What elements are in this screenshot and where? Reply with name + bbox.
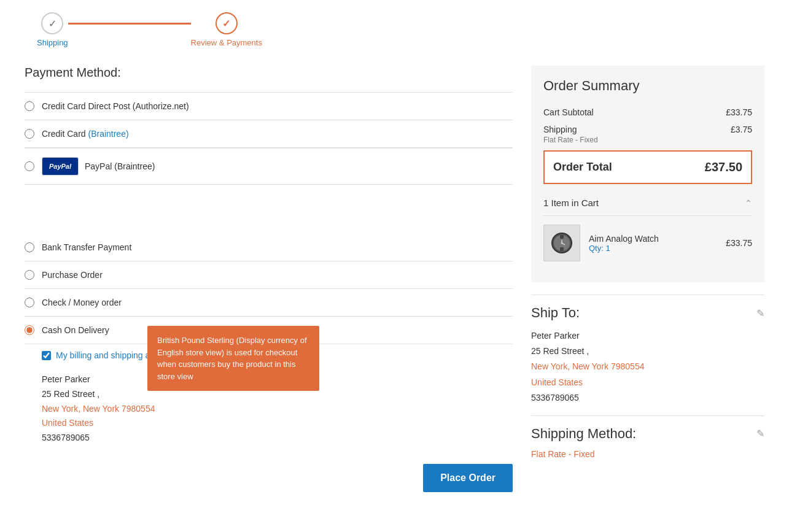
step-shipping-label: Shipping [37,38,68,47]
product-qty: Qty: 1 [589,244,726,253]
shipping-method-label: Flat Rate - Fixed [543,136,752,144]
product-info: Aim Analog Watch Qty: 1 [589,234,726,253]
payment-option-paypal: PayPal PayPal (Braintree) [25,148,513,185]
summary-subtotal-row: Cart Subtotal £33.75 [543,104,752,121]
step-payments: ✓ Review & Payments [191,12,262,47]
check-label: Check / Money order [42,298,122,307]
paypal-row: PayPal PayPal (Braintree) [42,157,155,175]
radio-check[interactable] [25,298,34,307]
payment-option-cc-braintree: Credit Card (Braintree) [25,120,513,148]
paypal-logo: PayPal [42,157,79,175]
order-total-label: Order Total [553,161,612,174]
cc-braintree-label: Credit Card (Braintree) [42,129,129,139]
progress-bar: ✓ Shipping ✓ Review & Payments [12,0,777,53]
payment-option-purchase: Purchase Order [25,261,513,289]
ship-to-header: Ship To: ✎ [531,305,764,321]
radio-cc-direct[interactable] [25,101,34,111]
ship-to-address: Peter Parker 25 Red Street , New York, N… [531,328,764,406]
svg-point-6 [561,242,563,244]
billing-country: United States [42,416,496,431]
subtotal-value: £33.75 [726,107,752,117]
payment-section-title: Payment Method: [25,66,513,80]
shipping-value: £3.75 [731,125,752,134]
paypal-label: PayPal (Braintree) [85,161,155,171]
cart-items-header[interactable]: 1 Item in Cart ⌃ [543,190,752,216]
ship-to-country: United States [531,375,764,390]
billing-city: New York, New York 7980554 [42,402,496,417]
cc-direct-label: Credit Card Direct Post (Authorize.net) [42,101,189,111]
place-order-button[interactable]: Place Order [423,464,513,492]
flat-rate-label: Flat Rate - Fixed [531,449,764,459]
step-payments-circle: ✓ [216,12,238,34]
shipping-label: Shipping [543,125,577,134]
radio-cash[interactable] [25,325,34,335]
order-summary-box: Order Summary Cart Subtotal £33.75 Shipp… [531,66,764,282]
payment-option-cc-direct: Credit Card Direct Post (Authorize.net) [25,92,513,120]
place-order-section: Place Order [25,452,513,504]
product-name: Aim Analog Watch [589,234,726,244]
ship-to-phone: 5336789065 [531,390,764,406]
cart-item-row: Aim Analog Watch Qty: 1 £33.75 [543,216,752,270]
radio-purchase[interactable] [25,270,34,280]
step-line-active [68,23,191,25]
watch-svg [546,228,577,258]
payment-option-bank: Bank Transfer Payment [25,234,513,261]
shipping-method-header: Shipping Method: ✎ [531,426,764,442]
cash-label: Cash On Delivery [42,325,109,335]
radio-cc-braintree[interactable] [25,129,34,139]
currency-tooltip: British Pound Sterling (Display currency… [147,326,319,391]
ship-to-name: Peter Parker [531,328,764,344]
right-panel: Order Summary Cart Subtotal £33.75 Shipp… [531,66,764,504]
ship-to-edit-icon[interactable]: ✎ [756,307,764,319]
step-payments-label: Review & Payments [191,38,262,47]
paypal-wrapper: PayPal PayPal (Braintree) British Pound … [25,148,513,185]
product-price: £33.75 [726,238,752,248]
shipping-method-edit-icon[interactable]: ✎ [756,428,764,439]
bank-label: Bank Transfer Payment [42,242,131,252]
billing-same-checkbox[interactable] [42,351,51,360]
ship-to-section: Ship To: ✎ Peter Parker 25 Red Street , … [531,295,764,415]
svg-rect-2 [560,235,564,239]
left-panel: Payment Method: Credit Card Direct Post … [25,66,513,504]
braintree-link[interactable]: (Braintree) [88,129,128,139]
step-shipping-circle: ✓ [41,12,63,34]
radio-paypal[interactable] [25,161,34,171]
cart-items-count-label: 1 Item in Cart [543,198,599,208]
billing-phone: 5336789065 [42,431,496,445]
payment-options-list: Credit Card Direct Post (Authorize.net) … [25,92,513,452]
subtotal-label: Cart Subtotal [543,107,594,117]
ship-to-city: New York, New York 7980554 [531,359,764,374]
purchase-label: Purchase Order [42,270,103,280]
step-shipping: ✓ Shipping [37,12,68,47]
radio-bank[interactable] [25,242,34,252]
ship-to-title: Ship To: [531,305,580,321]
order-total-row: Order Total £37.50 [543,150,752,184]
order-summary-title: Order Summary [543,78,752,94]
svg-rect-3 [560,247,564,251]
payment-option-check: Check / Money order [25,289,513,317]
items-label: Item in Cart [551,198,599,208]
qty-value: 1 [605,244,610,253]
chevron-up-icon: ⌃ [745,198,752,208]
ship-to-street: 25 Red Street , [531,344,764,359]
shipping-method-title: Shipping Method: [531,426,636,442]
shipping-method-section: Shipping Method: ✎ Flat Rate - Fixed [531,415,764,469]
order-total-value: £37.50 [705,160,742,174]
items-count: 1 [543,198,548,208]
product-image [543,225,580,261]
tooltip-text: British Pound Sterling (Display currency… [157,336,307,381]
